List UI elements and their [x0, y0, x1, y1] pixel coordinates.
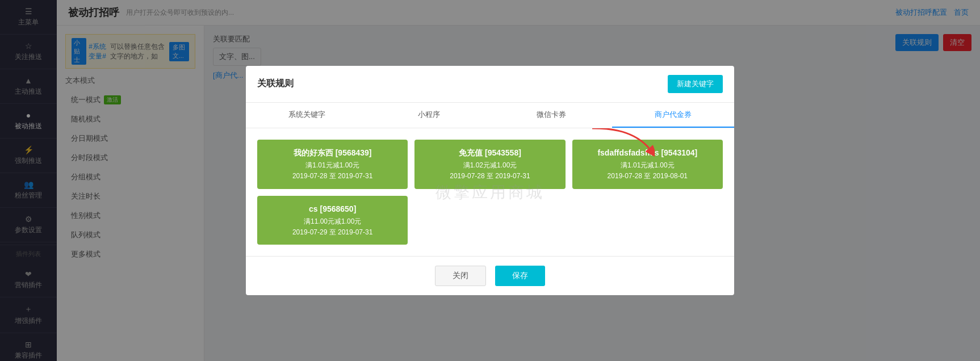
- card-discount-2: 满1.01元减1.00元: [579, 160, 716, 171]
- card-discount-1: 满1.02元减1.00元: [421, 160, 558, 171]
- modal-dialog: 关联规则 新建关键字 系统关键字 小程序 微信卡券 商户代金券 微擎应用商城: [246, 66, 734, 296]
- close-button[interactable]: 关闭: [435, 266, 486, 286]
- modal-title: 关联规则: [257, 78, 294, 90]
- modal-overlay[interactable]: 关联规则 新建关键字 系统关键字 小程序 微信卡券 商户代金券 微擎应用商城: [0, 0, 980, 361]
- tab-wechat-card[interactable]: 微信卡券: [490, 103, 612, 128]
- voucher-cards-grid: 我的好东西 [9568439] 满1.01元减1.00元 2019-07-28 …: [257, 140, 723, 245]
- card-name-2: fsdaffdsfadsffas [9543104]: [579, 146, 716, 159]
- save-button[interactable]: 保存: [495, 266, 545, 286]
- card-date-0: 2019-07-28 至 2019-07-31: [264, 171, 401, 182]
- card-discount-3: 满11.00元减1.00元: [264, 216, 401, 227]
- modal-body: 微擎应用商城 我的好东西 [9568439] 满1.01元减1.00元 2019…: [246, 128, 734, 257]
- card-date-3: 2019-07-29 至 2019-07-31: [264, 227, 401, 238]
- voucher-card-1[interactable]: 免充值 [9543558] 满1.02元减1.00元 2019-07-28 至 …: [414, 140, 565, 189]
- card-date-1: 2019-07-28 至 2019-07-31: [421, 171, 558, 182]
- voucher-card-0[interactable]: 我的好东西 [9568439] 满1.01元减1.00元 2019-07-28 …: [257, 140, 408, 189]
- card-name-3: cs [9568650]: [264, 203, 401, 215]
- modal-tabs: 系统关键字 小程序 微信卡券 商户代金券: [246, 103, 734, 128]
- tab-merchant-voucher[interactable]: 商户代金券: [612, 103, 734, 128]
- tab-miniprogram[interactable]: 小程序: [368, 103, 490, 128]
- card-name-0: 我的好东西 [9568439]: [264, 146, 401, 159]
- new-keyword-button[interactable]: 新建关键字: [668, 75, 723, 93]
- tab-system-keyword[interactable]: 系统关键字: [246, 103, 368, 128]
- card-date-2: 2019-07-28 至 2019-08-01: [579, 171, 716, 182]
- modal-header: 关联规则 新建关键字: [246, 66, 734, 103]
- card-name-1: 免充值 [9543558]: [421, 146, 558, 159]
- modal-footer: 关闭 保存: [246, 256, 734, 295]
- voucher-card-3[interactable]: cs [9568650] 满11.00元减1.00元 2019-07-29 至 …: [257, 196, 408, 245]
- voucher-card-2[interactable]: fsdaffdsfadsffas [9543104] 满1.01元减1.00元 …: [572, 140, 723, 189]
- card-discount-0: 满1.01元减1.00元: [264, 160, 401, 171]
